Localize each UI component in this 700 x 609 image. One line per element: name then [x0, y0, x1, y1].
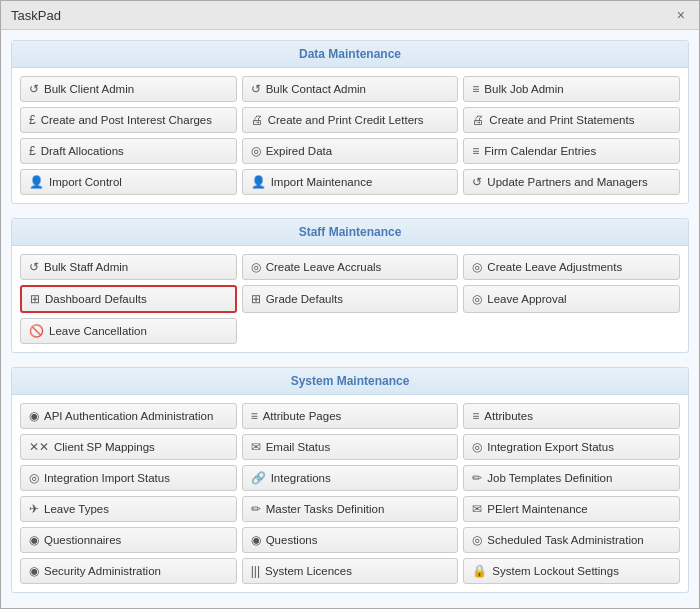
task-label-create-print-statements: Create and Print Statements [489, 114, 634, 126]
task-btn-integration-export[interactable]: ◎Integration Export Status [463, 434, 680, 460]
task-label-dashboard-defaults: Dashboard Defaults [45, 293, 147, 305]
section-body-data-maintenance: ↺Bulk Client Admin↺Bulk Contact Admin≡Bu… [12, 68, 688, 203]
section-header-system-maintenance: System Maintenance [12, 368, 688, 395]
task-btn-expired-data[interactable]: ◎Expired Data [242, 138, 459, 164]
task-btn-create-print-statements[interactable]: 🖨Create and Print Statements [463, 107, 680, 133]
task-icon-master-tasks: ✏ [251, 502, 261, 516]
task-btn-create-leave-accruals[interactable]: ◎Create Leave Accruals [242, 254, 459, 280]
task-label-integration-import: Integration Import Status [44, 472, 170, 484]
section-data-maintenance: Data Maintenance↺Bulk Client Admin↺Bulk … [11, 40, 689, 204]
task-btn-integrations[interactable]: 🔗Integrations [242, 465, 459, 491]
task-icon-pelert-maintenance: ✉ [472, 502, 482, 516]
task-btn-client-sp-mappings[interactable]: ✕✕Client SP Mappings [20, 434, 237, 460]
task-label-expired-data: Expired Data [266, 145, 332, 157]
task-btn-integration-import[interactable]: ◎Integration Import Status [20, 465, 237, 491]
task-btn-leave-types[interactable]: ✈Leave Types [20, 496, 237, 522]
task-label-client-sp-mappings: Client SP Mappings [54, 441, 155, 453]
task-btn-bulk-staff-admin[interactable]: ↺Bulk Staff Admin [20, 254, 237, 280]
task-label-system-lockout: System Lockout Settings [492, 565, 619, 577]
section-body-system-maintenance: ◉API Authentication Administration≡Attri… [12, 395, 688, 592]
task-btn-api-auth-admin[interactable]: ◉API Authentication Administration [20, 403, 237, 429]
task-btn-create-print-credit[interactable]: 🖨Create and Print Credit Letters [242, 107, 459, 133]
task-btn-leave-approval[interactable]: ◎Leave Approval [463, 285, 680, 313]
task-label-security-admin: Security Administration [44, 565, 161, 577]
task-btn-attributes[interactable]: ≡Attributes [463, 403, 680, 429]
task-label-leave-types: Leave Types [44, 503, 109, 515]
task-icon-scheduled-task-admin: ◎ [472, 533, 482, 547]
task-btn-attribute-pages[interactable]: ≡Attribute Pages [242, 403, 459, 429]
section-header-data-maintenance: Data Maintenance [12, 41, 688, 68]
task-icon-integrations: 🔗 [251, 471, 266, 485]
task-label-pelert-maintenance: PElert Maintenance [487, 503, 587, 515]
task-label-bulk-client-admin: Bulk Client Admin [44, 83, 134, 95]
task-label-draft-allocations: Draft Allocations [41, 145, 124, 157]
task-icon-expired-data: ◎ [251, 144, 261, 158]
task-icon-integration-export: ◎ [472, 440, 482, 454]
task-label-import-maintenance: Import Maintenance [271, 176, 373, 188]
task-btn-create-leave-adj[interactable]: ◎Create Leave Adjustments [463, 254, 680, 280]
task-icon-create-leave-adj: ◎ [472, 260, 482, 274]
section-system-maintenance: System Maintenance◉API Authentication Ad… [11, 367, 689, 593]
task-label-firm-calendar: Firm Calendar Entries [484, 145, 596, 157]
section-staff-maintenance: Staff Maintenance↺Bulk Staff Admin◎Creat… [11, 218, 689, 353]
task-icon-client-sp-mappings: ✕✕ [29, 440, 49, 454]
task-icon-system-lockout: 🔒 [472, 564, 487, 578]
task-icon-api-auth-admin: ◉ [29, 409, 39, 423]
task-label-job-templates: Job Templates Definition [487, 472, 612, 484]
task-btn-bulk-contact-admin[interactable]: ↺Bulk Contact Admin [242, 76, 459, 102]
task-label-email-status: Email Status [266, 441, 331, 453]
task-btn-grade-defaults[interactable]: ⊞Grade Defaults [242, 285, 459, 313]
task-btn-system-lockout[interactable]: 🔒System Lockout Settings [463, 558, 680, 584]
task-icon-questions: ◉ [251, 533, 261, 547]
task-btn-email-status[interactable]: ✉Email Status [242, 434, 459, 460]
title-bar: TaskPad × [1, 1, 699, 30]
task-label-integrations: Integrations [271, 472, 331, 484]
task-btn-bulk-client-admin[interactable]: ↺Bulk Client Admin [20, 76, 237, 102]
task-btn-security-admin[interactable]: ◉Security Administration [20, 558, 237, 584]
task-btn-system-licences[interactable]: |||System Licences [242, 558, 459, 584]
task-btn-job-templates[interactable]: ✏Job Templates Definition [463, 465, 680, 491]
task-label-create-leave-accruals: Create Leave Accruals [266, 261, 382, 273]
task-btn-import-maintenance[interactable]: 👤Import Maintenance [242, 169, 459, 195]
task-label-questionnaires: Questionnaires [44, 534, 121, 546]
task-label-bulk-staff-admin: Bulk Staff Admin [44, 261, 128, 273]
task-icon-leave-cancellation: 🚫 [29, 324, 44, 338]
task-btn-create-post-interest[interactable]: £Create and Post Interest Charges [20, 107, 237, 133]
task-btn-pelert-maintenance[interactable]: ✉PElert Maintenance [463, 496, 680, 522]
task-icon-bulk-job-admin: ≡ [472, 82, 479, 96]
task-label-import-control: Import Control [49, 176, 122, 188]
task-btn-update-partners[interactable]: ↺Update Partners and Managers [463, 169, 680, 195]
task-icon-attributes: ≡ [472, 409, 479, 423]
task-btn-import-control[interactable]: 👤Import Control [20, 169, 237, 195]
task-label-attributes: Attributes [484, 410, 533, 422]
task-icon-import-maintenance: 👤 [251, 175, 266, 189]
task-btn-draft-allocations[interactable]: £Draft Allocations [20, 138, 237, 164]
task-btn-dashboard-defaults[interactable]: ⊞Dashboard Defaults [20, 285, 237, 313]
task-btn-firm-calendar[interactable]: ≡Firm Calendar Entries [463, 138, 680, 164]
main-content: Data Maintenance↺Bulk Client Admin↺Bulk … [1, 30, 699, 608]
task-label-bulk-job-admin: Bulk Job Admin [484, 83, 563, 95]
task-label-attribute-pages: Attribute Pages [263, 410, 342, 422]
section-body-staff-maintenance: ↺Bulk Staff Admin◎Create Leave Accruals◎… [12, 246, 688, 352]
section-header-staff-maintenance: Staff Maintenance [12, 219, 688, 246]
task-btn-scheduled-task-admin[interactable]: ◎Scheduled Task Administration [463, 527, 680, 553]
task-icon-firm-calendar: ≡ [472, 144, 479, 158]
task-icon-create-print-statements: 🖨 [472, 113, 484, 127]
task-label-update-partners: Update Partners and Managers [487, 176, 647, 188]
task-btn-bulk-job-admin[interactable]: ≡Bulk Job Admin [463, 76, 680, 102]
task-icon-bulk-client-admin: ↺ [29, 82, 39, 96]
task-btn-leave-cancellation[interactable]: 🚫Leave Cancellation [20, 318, 237, 344]
task-btn-questions[interactable]: ◉Questions [242, 527, 459, 553]
task-icon-attribute-pages: ≡ [251, 409, 258, 423]
task-label-questions: Questions [266, 534, 318, 546]
close-button[interactable]: × [673, 7, 689, 23]
task-label-create-print-credit: Create and Print Credit Letters [268, 114, 424, 126]
task-label-scheduled-task-admin: Scheduled Task Administration [487, 534, 643, 546]
task-icon-create-print-credit: 🖨 [251, 113, 263, 127]
task-icon-integration-import: ◎ [29, 471, 39, 485]
task-btn-questionnaires[interactable]: ◉Questionnaires [20, 527, 237, 553]
task-icon-security-admin: ◉ [29, 564, 39, 578]
task-label-integration-export: Integration Export Status [487, 441, 614, 453]
task-icon-email-status: ✉ [251, 440, 261, 454]
task-btn-master-tasks[interactable]: ✏Master Tasks Definition [242, 496, 459, 522]
